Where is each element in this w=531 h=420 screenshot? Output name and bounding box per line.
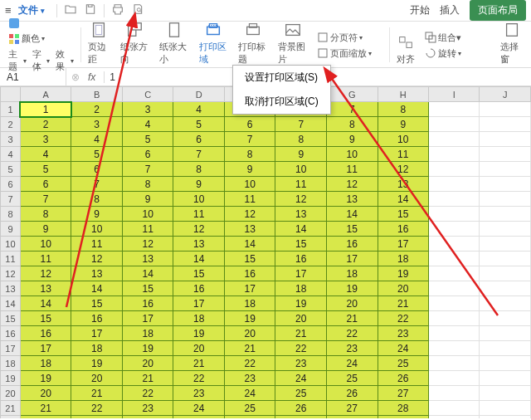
row-header[interactable]: 10 (1, 237, 21, 252)
cell[interactable] (480, 147, 531, 162)
sheet-area[interactable]: ABCDEFGHIJ112345678223456789334567891044… (0, 86, 531, 418)
cell[interactable]: 24 (122, 416, 173, 419)
cell[interactable]: 10 (224, 177, 275, 192)
cell[interactable]: 20 (71, 371, 123, 386)
cell[interactable]: 16 (122, 296, 173, 311)
cell[interactable]: 13 (326, 192, 378, 207)
cell[interactable]: 17 (378, 237, 429, 252)
cell[interactable]: 8 (224, 147, 275, 162)
cell[interactable]: 12 (378, 162, 429, 177)
cell[interactable]: 19 (224, 311, 275, 326)
cell[interactable]: 13 (378, 177, 429, 192)
print-preview-icon[interactable] (131, 2, 144, 18)
cell[interactable]: 19 (20, 371, 71, 386)
cell[interactable]: 17 (20, 341, 71, 356)
cell[interactable]: 7 (20, 192, 71, 207)
cell[interactable] (480, 117, 531, 132)
cell[interactable]: 4 (20, 147, 71, 162)
cell[interactable]: 20 (326, 296, 378, 311)
cell[interactable]: 4 (173, 102, 225, 117)
cell[interactable]: 6 (71, 162, 123, 177)
cell[interactable]: 7 (122, 162, 173, 177)
cell[interactable]: 19 (275, 296, 327, 311)
cell[interactable]: 22 (378, 311, 429, 326)
theme-icon[interactable] (8, 17, 20, 29)
save-icon[interactable] (84, 2, 97, 18)
cell[interactable]: 14 (173, 252, 225, 266)
cell[interactable] (429, 102, 480, 117)
cell[interactable] (480, 341, 531, 356)
cell[interactable] (429, 222, 480, 237)
cell[interactable]: 20 (20, 386, 71, 401)
file-menu[interactable]: 文件 ▾ (18, 3, 50, 17)
bg-image-button[interactable]: 背景图片 (278, 21, 308, 66)
cell[interactable]: 16 (20, 326, 71, 341)
cell[interactable]: 16 (71, 311, 123, 326)
cell[interactable] (480, 371, 531, 386)
cell[interactable]: 21 (173, 356, 225, 371)
cell[interactable]: 18 (122, 326, 173, 341)
cell[interactable]: 15 (71, 296, 123, 311)
cell[interactable]: 7 (71, 177, 123, 192)
cell[interactable]: 10 (173, 192, 225, 207)
cell[interactable]: 15 (326, 222, 378, 237)
cell[interactable]: 8 (378, 102, 429, 117)
cell[interactable]: 8 (122, 177, 173, 192)
cell[interactable]: 13 (224, 222, 275, 237)
margin-button[interactable]: 页边距 (88, 21, 110, 66)
row-header[interactable]: 18 (1, 356, 21, 371)
tab-start[interactable]: 开始 (410, 3, 430, 17)
corner-cell[interactable] (1, 87, 21, 102)
breaks-icon[interactable] (317, 32, 329, 43)
cell[interactable] (480, 192, 531, 207)
cell[interactable] (429, 401, 480, 416)
cell[interactable] (429, 341, 480, 356)
cell[interactable]: 11 (326, 162, 378, 177)
cell[interactable]: 18 (275, 281, 327, 296)
cell[interactable]: 7 (326, 102, 378, 117)
cell[interactable] (429, 117, 480, 132)
cell[interactable]: 18 (20, 356, 71, 371)
rotate-icon[interactable] (425, 47, 436, 59)
col-header-I[interactable]: I (429, 87, 480, 102)
cell[interactable]: 29 (378, 416, 429, 419)
cell[interactable] (480, 311, 531, 326)
cell[interactable]: 6 (224, 117, 275, 132)
cell[interactable]: 22 (275, 341, 327, 356)
cell[interactable]: 13 (275, 207, 327, 222)
cell[interactable]: 18 (378, 252, 429, 266)
cell[interactable]: 16 (173, 281, 225, 296)
cell[interactable]: 15 (378, 207, 429, 222)
cell[interactable]: 11 (224, 192, 275, 207)
cell[interactable]: 27 (378, 386, 429, 401)
cell[interactable]: 17 (173, 296, 225, 311)
cell[interactable]: 17 (224, 281, 275, 296)
cell[interactable]: 23 (378, 326, 429, 341)
cell[interactable]: 19 (173, 326, 225, 341)
cell[interactable]: 12 (275, 192, 327, 207)
cell[interactable]: 25 (275, 386, 327, 401)
row-header[interactable]: 19 (1, 371, 21, 386)
cell[interactable]: 22 (71, 401, 123, 416)
row-header[interactable]: 20 (1, 386, 21, 401)
cell[interactable]: 11 (275, 177, 327, 192)
cell[interactable]: 26 (378, 371, 429, 386)
row-header[interactable]: 5 (1, 162, 21, 177)
row-header[interactable]: 16 (1, 326, 21, 341)
cell[interactable] (429, 147, 480, 162)
cell[interactable]: 25 (378, 356, 429, 371)
cell[interactable]: 16 (326, 237, 378, 252)
cell[interactable]: 19 (326, 281, 378, 296)
select-pane-button[interactable]: 选择窗 (500, 21, 523, 66)
print-icon[interactable] (111, 2, 124, 18)
col-header-J[interactable]: J (480, 87, 531, 102)
col-header-H[interactable]: H (378, 87, 429, 102)
cell[interactable]: 26 (224, 416, 275, 419)
cell[interactable] (429, 252, 480, 266)
cell[interactable] (480, 296, 531, 311)
cell[interactable]: 24 (173, 401, 225, 416)
open-icon[interactable] (64, 2, 77, 18)
cell[interactable]: 24 (378, 341, 429, 356)
cell[interactable]: 12 (20, 266, 71, 281)
cell[interactable]: 23 (326, 341, 378, 356)
